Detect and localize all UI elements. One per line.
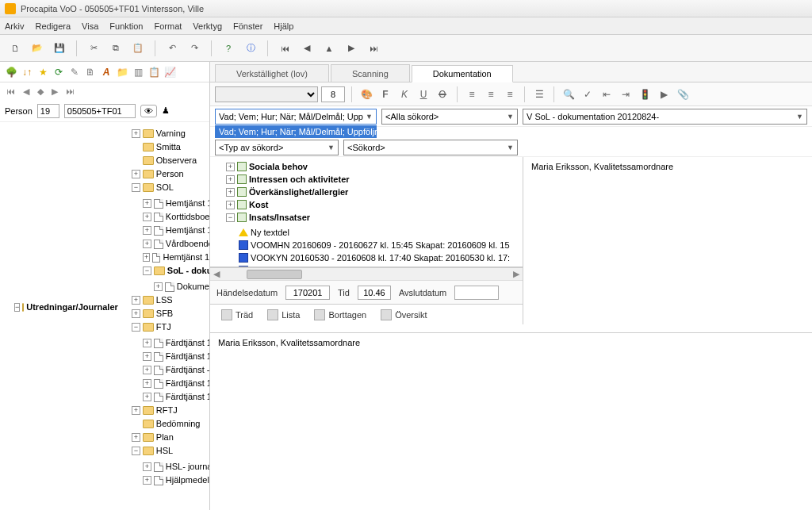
tree-item-label[interactable]: Hjälpmedel 150410 - 150410 (166, 474, 209, 487)
undo-icon[interactable]: ↶ (163, 40, 181, 57)
tree-item-label[interactable]: Hemtjänst 160819 - 160819 (166, 224, 209, 237)
tree-item-label[interactable]: SOL (156, 181, 174, 194)
expand-icon[interactable]: + (132, 170, 140, 178)
expand-icon[interactable]: − (132, 323, 140, 332)
category-tree[interactable]: +Sociala behov+Intressen och aktiviteter… (210, 157, 523, 267)
expand-icon[interactable]: + (143, 476, 151, 485)
category-label[interactable]: Sociala behov (249, 160, 308, 173)
tab-dokumentation[interactable]: Dokumentation (412, 65, 513, 82)
help-icon[interactable]: ? (220, 40, 237, 57)
expand-icon[interactable]: − (143, 267, 151, 275)
tree-item-label[interactable]: Varning (156, 127, 186, 140)
font-size-input[interactable] (321, 86, 345, 102)
expand-icon[interactable]: − (132, 447, 140, 455)
expand-icon[interactable]: + (143, 226, 151, 235)
spellcheck-icon[interactable]: ✓ (580, 86, 596, 102)
expand-icon[interactable]: + (143, 253, 150, 262)
tree-item-label[interactable]: SoL - dokumentation 120824 - , *Te (167, 264, 209, 278)
attach-icon[interactable]: 📎 (675, 86, 691, 102)
copy-icon[interactable]: ⧉ (107, 40, 124, 57)
tree-item-label[interactable]: Person (156, 167, 184, 181)
tree-item-label[interactable]: Smitta (156, 140, 181, 154)
combo-alla-sokord[interactable]: <Alla sökord>▼ (381, 109, 518, 125)
person-silhouette-icon[interactable]: ♟ (162, 105, 170, 116)
expand-icon[interactable]: + (143, 240, 151, 248)
expand-icon[interactable]: + (143, 199, 151, 208)
menu-visa[interactable]: Visa (82, 21, 98, 31)
indent-right-icon[interactable]: ⇥ (618, 86, 634, 102)
bottom-editor[interactable]: Maria Eriksson, Kvalitetssamordnare (210, 332, 812, 510)
menu-format[interactable]: Format (155, 21, 182, 31)
tid-input[interactable] (358, 286, 391, 300)
category-label[interactable]: Intressen och aktiviteter (249, 173, 350, 186)
cut-icon[interactable]: ✂ (85, 40, 102, 57)
category-label[interactable]: Kost (249, 198, 268, 211)
tree-item-label[interactable]: Färdtjänst 160823 - , *Test, Sol (166, 377, 209, 390)
expand-icon[interactable]: + (226, 163, 235, 171)
viewtab-oversikt[interactable]: Översikt (381, 309, 427, 320)
open-icon[interactable]: 📂 (29, 40, 46, 57)
menu-arkiv[interactable]: Arkiv (5, 21, 24, 31)
tree-item-label[interactable]: LSS (156, 293, 173, 307)
expand-icon[interactable]: + (143, 366, 151, 374)
tree-item-label[interactable]: Färdtjänst - dokumentation 160823 · (166, 363, 209, 377)
left-tree[interactable]: −Utredningar/Journaler +VarningSmittaObs… (0, 122, 209, 510)
nav-first-icon[interactable]: ⏮ (6, 86, 15, 96)
chart-icon[interactable]: 📈 (163, 66, 176, 79)
expand-icon[interactable]: + (132, 129, 140, 138)
list-icon[interactable]: ☰ (531, 86, 547, 102)
align-right-icon[interactable]: ≡ (502, 86, 518, 102)
menu-hjalp[interactable]: Hjälp (274, 21, 293, 31)
expand-icon[interactable]: + (143, 339, 151, 347)
nav-prev-icon[interactable]: ◀ (23, 86, 29, 97)
combo-typ-sokord[interactable]: <Typ av sökord>▼ (215, 140, 339, 155)
refresh-icon[interactable]: ⟳ (52, 66, 65, 79)
viewtab-trad[interactable]: Träd (221, 309, 253, 320)
tree-item-label[interactable]: HSL (156, 444, 173, 458)
italic-icon[interactable]: K (396, 86, 412, 102)
tree-item-label[interactable]: Plan (156, 431, 174, 444)
viewtab-borttagen[interactable]: Borttagen (314, 309, 366, 320)
entry-label[interactable]: Ny textdel (251, 226, 289, 239)
expand-icon[interactable]: + (132, 296, 140, 305)
tree-item-label[interactable]: Färdtjänst 160823 - 160831 (166, 336, 209, 350)
expand-icon[interactable]: − (132, 183, 140, 192)
tree-item-label[interactable]: RFTJ (156, 404, 178, 417)
nav-stop-icon[interactable]: ◆ (37, 86, 44, 97)
expand-icon[interactable]: + (132, 309, 140, 318)
menu-fonster[interactable]: Fönster (233, 21, 262, 31)
tree-item-label[interactable]: Hemtjänst 160819 - 161025, *Test, Sol (163, 251, 209, 264)
up-icon[interactable]: ▲ (320, 40, 338, 57)
star-icon[interactable]: ★ (36, 66, 49, 79)
arrow-down-icon[interactable]: ↓↑ (21, 66, 33, 79)
underline-icon[interactable]: U (416, 86, 431, 102)
prev-icon[interactable]: ◀ (298, 40, 316, 57)
doc-icon[interactable]: 🗎 (84, 66, 97, 79)
tree-icon[interactable]: 🌳 (5, 66, 17, 79)
entry-label[interactable]: VOOMHN 20160609 - 20160627 kl. 15:45 Ska… (251, 239, 510, 251)
font-family-select[interactable] (215, 86, 318, 102)
next-icon[interactable]: ▶ (343, 40, 360, 57)
color-icon[interactable]: 🎨 (358, 86, 374, 102)
tree-item-label[interactable]: Färdtjänst 160823 - , Kerstin Folkes (166, 390, 209, 404)
nav-last-icon[interactable]: ⏭ (66, 86, 75, 96)
horizontal-scrollbar[interactable]: ◀ ▶ (210, 267, 523, 280)
category-label[interactable]: Insats/Insatser (249, 211, 310, 224)
tree-item-label[interactable]: Vårdboende 160804 - 160815 (166, 237, 209, 251)
tab-scanning[interactable]: Scanning (331, 64, 410, 82)
expand-icon[interactable]: + (143, 213, 151, 221)
scrollbar-thumb[interactable] (247, 270, 302, 279)
align-left-icon[interactable]: ≡ (464, 86, 480, 102)
expand-icon[interactable]: + (226, 175, 235, 184)
new-icon[interactable]: 🗋 (6, 40, 24, 57)
expand-icon[interactable]: − (226, 213, 235, 222)
person-num-input[interactable] (37, 104, 59, 118)
category-label[interactable]: Överkänslighet/allergier (249, 186, 348, 198)
expand-icon[interactable]: + (143, 352, 151, 361)
expand-icon[interactable]: + (226, 188, 235, 197)
expand-icon[interactable]: + (154, 282, 163, 291)
handelsedatum-input[interactable] (285, 286, 330, 300)
expand-icon[interactable]: + (143, 379, 151, 388)
info-icon[interactable]: ⓘ (242, 40, 259, 57)
combo-sokord[interactable]: <Sökord>▼ (343, 140, 518, 155)
